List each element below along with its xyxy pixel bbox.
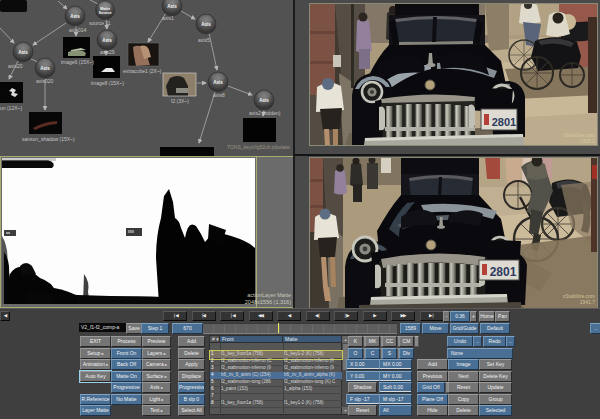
svg-text:2801: 2801 <box>492 116 516 128</box>
svg-text:axis014: axis014 <box>69 27 86 33</box>
svg-text:actionLayer Matte: actionLayer Matte <box>247 292 291 298</box>
svg-text:axis2 (hidden): axis2 (hidden) <box>249 110 281 116</box>
svg-text:axis8: axis8 <box>213 92 225 98</box>
svg-text:extracube1 (2X~): extracube1 (2X~) <box>123 68 162 74</box>
svg-text:sansun_shadow (15X~): sansun_shadow (15X~) <box>22 136 75 142</box>
svg-text:un (12X~): un (12X~) <box>0 105 22 111</box>
svg-text:axis29: axis29 <box>100 49 115 55</box>
svg-text:axis20: axis20 <box>8 63 23 69</box>
svg-text:source 11: source 11 <box>89 20 111 26</box>
svg-text:2801: 2801 <box>490 265 517 279</box>
svg-text:image8 (15X~): image8 (15X~) <box>91 80 124 86</box>
svg-text:axis5: axis5 <box>198 37 210 43</box>
svg-text:image6 (15X~): image6 (15X~) <box>61 59 94 65</box>
svg-text:TONS_keys/fg52uh.p/pelate: TONS_keys/fg52uh.p/pelate <box>227 144 290 150</box>
svg-text:1941.7: 1941.7 <box>580 299 596 305</box>
svg-text:axis020: axis020 <box>36 78 53 84</box>
svg-text:Source: Source <box>98 10 112 15</box>
svg-text:f2 (3X~): f2 (3X~) <box>171 98 189 104</box>
svg-text:2048x1556 (1.316): 2048x1556 (1.316) <box>245 299 291 305</box>
svg-text:1955.2: 1955.2 <box>580 138 596 144</box>
svg-text:axis1: axis1 <box>162 15 174 21</box>
